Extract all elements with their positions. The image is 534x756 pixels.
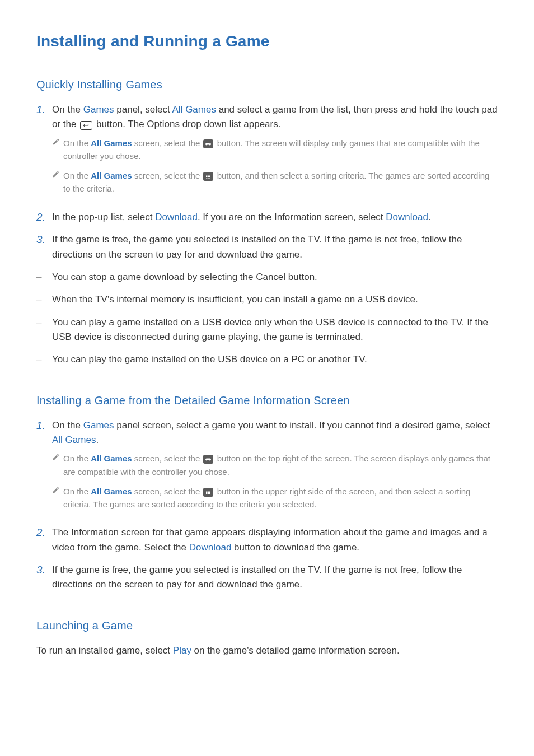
- page-title: Installing and Running a Game: [36, 32, 498, 50]
- step-2: 2. In the pop-up list, select Download. …: [36, 210, 498, 225]
- dash-mark: –: [36, 352, 52, 367]
- step-body: In the pop-up list, select Download. If …: [52, 210, 431, 225]
- note-body: On the All Games screen, select the butt…: [63, 169, 498, 195]
- dash-mark: –: [36, 270, 52, 284]
- text: On the: [63, 138, 91, 148]
- text: screen, select the: [132, 138, 203, 148]
- quick-install-steps: 1. On the Games panel, select All Games …: [36, 102, 498, 262]
- dash-note: – When the TV's internal memory is insuf…: [36, 292, 498, 307]
- text: panel screen, select a game you want to …: [114, 420, 490, 431]
- controller-icon: [203, 455, 213, 464]
- text: button to download the game.: [231, 542, 359, 553]
- text: On the: [63, 171, 91, 180]
- enter-button-icon: [80, 121, 92, 130]
- quick-install-notes: – You can stop a game download by select…: [36, 270, 498, 367]
- step-body: On the Games panel, select All Games and…: [52, 102, 498, 202]
- step-1: 1. On the Games panel screen, select a g…: [36, 418, 498, 518]
- note-icon: [52, 137, 63, 163]
- step-body: On the Games panel screen, select a game…: [52, 418, 498, 518]
- text: screen, select the: [132, 487, 203, 496]
- dash-body: You can play a game installed on a USB d…: [52, 315, 498, 345]
- detail-install-steps: 1. On the Games panel screen, select a g…: [36, 418, 498, 592]
- heading-launch: Launching a Game: [36, 619, 498, 632]
- keyword-all-games: All Games: [91, 454, 132, 463]
- text: .: [96, 435, 99, 445]
- keyword-all-games: All Games: [91, 487, 132, 496]
- note-body: On the All Games screen, select the butt…: [63, 452, 498, 478]
- keyword-download: Download: [155, 212, 198, 222]
- text: .: [428, 212, 431, 222]
- dash-mark: –: [36, 292, 52, 307]
- dash-mark: –: [36, 315, 52, 345]
- dash-note: – You can play a game installed on a USB…: [36, 315, 498, 345]
- step-number: 2.: [36, 525, 52, 555]
- text: . If you are on the Information screen, …: [198, 212, 386, 222]
- step-2: 2. The Information screen for that game …: [36, 525, 498, 555]
- dash-note: – You can stop a game download by select…: [36, 270, 498, 284]
- text: To run an installed game, select: [36, 645, 173, 656]
- note: On the All Games screen, select the butt…: [52, 169, 498, 195]
- text: On the: [52, 104, 83, 115]
- step-number: 3.: [36, 232, 52, 262]
- keyword-download: Download: [189, 542, 232, 553]
- section-quick-install: Quickly Installing Games 1. On the Games…: [36, 78, 498, 367]
- note-list: On the All Games screen, select the butt…: [52, 137, 498, 195]
- note: On the All Games screen, select the butt…: [52, 485, 498, 511]
- text: on the game's detailed game information …: [191, 645, 400, 656]
- text: On the: [52, 420, 83, 431]
- note-icon: [52, 169, 63, 195]
- section-launch: Launching a Game To run an installed gam…: [36, 619, 498, 658]
- text: On the: [63, 487, 91, 496]
- section-detail-install: Installing a Game from the Detailed Game…: [36, 394, 498, 592]
- note-list: On the All Games screen, select the butt…: [52, 452, 498, 511]
- step-body: If the game is free, the game you select…: [52, 563, 498, 592]
- note: On the All Games screen, select the butt…: [52, 452, 498, 478]
- heading-quick-install: Quickly Installing Games: [36, 78, 498, 91]
- keyword-games: Games: [83, 420, 114, 431]
- dash-body: When the TV's internal memory is insuffi…: [52, 292, 418, 307]
- controller-icon: [203, 139, 213, 148]
- sort-list-icon: [203, 172, 213, 181]
- launch-body: To run an installed game, select Play on…: [36, 643, 498, 658]
- text: screen, select the: [132, 454, 203, 463]
- note-body: On the All Games screen, select the butt…: [63, 137, 498, 163]
- note: On the All Games screen, select the butt…: [52, 137, 498, 163]
- heading-detail-install: Installing a Game from the Detailed Game…: [36, 394, 498, 407]
- step-body: The Information screen for that game app…: [52, 525, 498, 555]
- step-number: 3.: [36, 563, 52, 592]
- text: button. The Options drop down list appea…: [93, 119, 280, 129]
- keyword-all-games: All Games: [172, 104, 216, 115]
- step-body: If the game is free, the game you select…: [52, 232, 498, 262]
- keyword-all-games: All Games: [91, 138, 132, 148]
- text: On the: [63, 454, 91, 463]
- note-icon: [52, 452, 63, 478]
- keyword-download: Download: [386, 212, 428, 222]
- step-3: 3. If the game is free, the game you sel…: [36, 563, 498, 592]
- step-1: 1. On the Games panel, select All Games …: [36, 102, 498, 202]
- step-number: 2.: [36, 210, 52, 225]
- sort-list-icon: [203, 488, 213, 497]
- text: In the pop-up list, select: [52, 212, 155, 222]
- step-number: 1.: [36, 418, 52, 518]
- keyword-games: Games: [83, 104, 114, 115]
- note-icon: [52, 485, 63, 511]
- text: screen, select the: [132, 171, 203, 180]
- step-number: 1.: [36, 102, 52, 202]
- page: Installing and Running a Game Quickly In…: [0, 0, 534, 718]
- keyword-all-games: All Games: [52, 435, 96, 445]
- keyword-all-games: All Games: [91, 171, 132, 180]
- dash-body: You can stop a game download by selectin…: [52, 270, 317, 284]
- dash-note: – You can play the game installed on the…: [36, 352, 498, 367]
- note-body: On the All Games screen, select the butt…: [63, 485, 498, 511]
- step-3: 3. If the game is free, the game you sel…: [36, 232, 498, 262]
- text: panel, select: [114, 104, 172, 115]
- keyword-play: Play: [173, 645, 191, 656]
- dash-body: You can play the game installed on the U…: [52, 352, 367, 367]
